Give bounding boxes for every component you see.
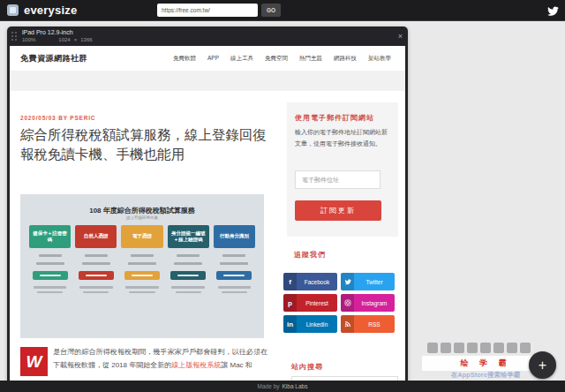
- device-zoom-level[interactable]: 100%: [22, 37, 35, 42]
- infographic-title: 108 年度綜合所得稅稅額試算服務: [20, 206, 264, 215]
- body-text: 讓 Mac 和: [221, 361, 252, 369]
- site-navbar: 免費資源網路社群 免費軟體 APP 線上工具 免費空間 熱門主題 網路科技 架站…: [10, 46, 405, 71]
- facebook-icon: f: [283, 273, 297, 290]
- close-frame-icon[interactable]: ×: [398, 31, 403, 41]
- twitter-icon: [341, 273, 354, 290]
- twitter-icon[interactable]: [546, 4, 559, 17]
- nav-item[interactable]: 線上工具: [230, 55, 253, 63]
- infographic-column: 電子憑證: [121, 225, 162, 293]
- pinterest-icon: p: [283, 294, 297, 312]
- subscribe-title: 使用電子郵件訂閱網站: [295, 113, 374, 123]
- device-meta: 100% 1024 × 1366: [22, 37, 93, 42]
- site-brand[interactable]: 免費資源網路社群: [20, 53, 87, 64]
- follow-title: 追蹤我們: [294, 250, 326, 260]
- device-height-field[interactable]: 1366: [80, 37, 92, 42]
- subscribe-widget: 使用電子郵件訂閱網站 輸入你的電子郵件地址訂閱網站新文章，使用電子郵件接收通知。…: [287, 102, 398, 237]
- pinterest-button[interactable]: p Pinterest: [283, 294, 337, 312]
- infographic-column: 自然人憑證: [75, 225, 117, 293]
- subscribe-text: 輸入你的電子郵件地址訂閱網站新文章，使用電子郵件接收通知。: [295, 127, 388, 149]
- ad-thumbnails: [427, 343, 531, 353]
- infographic-column: 行動身分識別: [214, 225, 255, 293]
- page-footer: Made by Kiba Labs: [0, 381, 565, 392]
- method-box: 健保卡＋註冊密碼: [29, 225, 71, 248]
- go-button[interactable]: GO: [261, 4, 281, 17]
- sub-header-band: [10, 71, 405, 91]
- rss-icon: [341, 315, 354, 333]
- infographic-column: 健保卡＋註冊密碼: [29, 225, 71, 293]
- method-button: [170, 271, 206, 280]
- site-search-title: 站內搜尋: [291, 362, 323, 372]
- method-box: 行動身分識別: [214, 225, 255, 248]
- instagram-button[interactable]: Instagram: [341, 294, 395, 312]
- app-header: everysize GO: [0, 0, 565, 21]
- nav-item[interactable]: 免費軟體: [173, 55, 196, 63]
- nav-item[interactable]: 免費空間: [265, 55, 288, 63]
- nav-item[interactable]: 架站教學: [368, 55, 391, 63]
- drag-handle-icon[interactable]: [11, 32, 17, 41]
- post-title[interactable]: 綜合所得稅稅額試算服務，線上登錄回復報稅免讀卡機、手機也能用: [20, 125, 278, 164]
- infographic-column: 身分證統一編號＋線上驗證碼: [168, 225, 209, 293]
- method-box: 身分證統一編號＋線上驗證碼: [168, 225, 209, 248]
- social-grid: f Facebook Twitter p Pinterest Instagram: [283, 273, 395, 333]
- method-box: 電子憑證: [121, 225, 162, 248]
- instagram-icon: [341, 294, 354, 312]
- email-field[interactable]: [295, 170, 380, 189]
- linkedin-icon: in: [283, 315, 297, 333]
- twitter-button[interactable]: Twitter: [341, 273, 395, 290]
- dimension-separator: ×: [74, 37, 78, 42]
- dropcap-logo: W: [20, 347, 48, 376]
- add-size-fab-button[interactable]: +: [529, 351, 556, 379]
- device-width-field[interactable]: 1024: [58, 37, 70, 42]
- method-button: [33, 271, 68, 280]
- post-body: W 是台灣的綜合所得稅報稅期間，幾乎家家戶戶都會碰到，以往必須在下載報稅軟體，從…: [20, 345, 267, 376]
- linkedin-button[interactable]: in LinkedIn: [283, 315, 337, 333]
- site-viewport: 免費資源網路社群 免費軟體 APP 線上工具 免費空間 熱門主題 網路科技 架站…: [10, 46, 405, 381]
- facebook-button[interactable]: f Facebook: [283, 273, 337, 290]
- method-button: [124, 271, 160, 280]
- nav-item[interactable]: 熱門主題: [299, 55, 322, 63]
- body-link[interactable]: 線上版報稅系統: [171, 361, 221, 369]
- infographic-columns: 健保卡＋註冊密碼 自然人憑證 電子憑證: [29, 225, 255, 293]
- everysize-logo-icon: [7, 4, 19, 16]
- footer-link[interactable]: Kiba Labs: [282, 383, 308, 389]
- post-meta: 2020/05/03 BY PSERIC: [20, 115, 95, 121]
- subscribe-button[interactable]: 訂閱更新: [295, 200, 381, 221]
- method-box: 自然人憑證: [75, 225, 117, 248]
- app-title: everysize: [24, 4, 77, 17]
- device-name: iPad Pro 12.9-inch: [22, 29, 73, 35]
- site-nav-items: 免費軟體 APP 線上工具 免費空間 熱門主題 網路科技 架站教學: [173, 55, 405, 63]
- method-button: [216, 271, 252, 280]
- device-frame: iPad Pro 12.9-inch 100% 1024 × 1366 × 免費…: [7, 26, 408, 381]
- footer-text: Made by: [258, 383, 280, 389]
- ad-title: 绘 学 霸: [460, 358, 510, 369]
- nav-item[interactable]: APP: [207, 55, 219, 63]
- device-frame-header: iPad Pro 12.9-inch 100% 1024 × 1366 ×: [7, 26, 408, 46]
- method-button: [79, 271, 114, 280]
- nav-item[interactable]: 網路科技: [334, 55, 357, 63]
- url-input[interactable]: [157, 4, 258, 17]
- article-featured-image[interactable]: 108 年度綜合所得稅稅額試算服務 線上登錄回復作業 健保卡＋註冊密碼 自然人憑…: [20, 194, 264, 338]
- infographic-subtitle: 線上登錄回復作業: [20, 215, 264, 220]
- rss-button[interactable]: RSS: [341, 315, 395, 333]
